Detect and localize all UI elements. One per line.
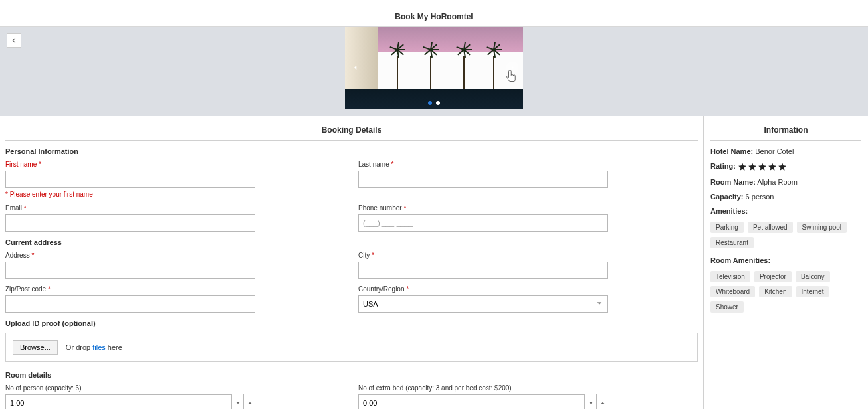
carousel-next-button[interactable]	[506, 61, 519, 74]
chevron-left-icon	[352, 64, 359, 71]
phone-label: Phone number *	[358, 204, 698, 212]
rating-row: Rating:	[710, 162, 861, 171]
amenity-pill: Swiming pool	[797, 222, 847, 233]
amenity-pill: Parking	[710, 222, 744, 233]
star-icon	[778, 162, 787, 171]
browse-button[interactable]: Browse...	[13, 340, 58, 355]
carousel-dot[interactable]	[436, 101, 440, 105]
persons-stepper[interactable]	[5, 394, 255, 409]
chevron-up-icon	[600, 400, 605, 406]
first-name-input[interactable]	[5, 171, 255, 188]
city-input[interactable]	[358, 262, 608, 279]
first-name-label: First name *	[5, 161, 345, 168]
star-icon	[738, 162, 747, 171]
address-input[interactable]	[5, 262, 255, 279]
beds-decrement[interactable]	[584, 394, 596, 409]
carousel-dot[interactable]	[428, 101, 432, 105]
extra-beds-label: No of extra bed (capacity: 3 and per bed…	[358, 384, 698, 392]
star-icon	[748, 162, 757, 171]
amenity-pill: Television	[710, 271, 750, 282]
chevron-right-icon	[509, 64, 516, 71]
room-amenities-heading: Room Amenities:	[710, 256, 861, 264]
address-label: Address *	[5, 252, 345, 259]
star-icon	[768, 162, 777, 171]
personal-info-heading: Personal Information	[5, 147, 698, 155]
amenity-pill: Whiteboard	[710, 286, 755, 297]
country-label: Country/Region *	[358, 286, 698, 293]
amenities-heading: Amenities:	[710, 207, 861, 215]
amenity-pill: Internet	[796, 286, 829, 297]
last-name-label: Last name *	[358, 161, 698, 168]
upload-heading: Upload ID proof (optional)	[5, 319, 698, 327]
drop-files-text: Or drop files here	[66, 343, 122, 351]
amenity-pill: Restaurant	[710, 237, 754, 248]
amenity-pill: Shower	[710, 301, 744, 313]
amenity-pill: Balcony	[796, 271, 830, 282]
arrow-left-icon	[10, 37, 18, 44]
city-label: City *	[358, 252, 698, 259]
zip-label: Zip/Post code *	[5, 286, 345, 293]
phone-input[interactable]	[358, 214, 608, 232]
hero-banner	[0, 27, 868, 116]
back-button[interactable]	[7, 33, 21, 48]
amenity-pill: Kitchen	[759, 286, 792, 297]
amenities-list: ParkingPet allowedSwiming poolRestaurant	[710, 222, 861, 248]
capacity-row: Capacity: 6 person	[710, 193, 861, 201]
amenity-pill: Projector	[754, 271, 792, 282]
chevron-down-icon	[235, 400, 241, 406]
email-label: Email *	[5, 204, 345, 212]
country-select[interactable]	[358, 295, 608, 313]
file-drop-zone[interactable]: Browse... Or drop files here	[5, 333, 698, 362]
chevron-down-icon	[588, 400, 594, 406]
persons-label: No of person (capacity: 6)	[5, 384, 345, 392]
booking-section-title: Booking Details	[5, 122, 698, 141]
carousel-dots[interactable]	[428, 101, 440, 105]
email-input[interactable]	[5, 214, 255, 232]
page-title: Book My HoRoomtel	[0, 7, 868, 27]
star-icon	[758, 162, 767, 171]
persons-decrement[interactable]	[231, 394, 243, 409]
first-name-error: * Please enter your first name	[5, 191, 345, 198]
extra-beds-stepper[interactable]	[358, 394, 608, 409]
info-section-title: Information	[710, 122, 861, 141]
rating-stars	[738, 162, 787, 171]
chevron-up-icon	[247, 400, 253, 406]
room-details-heading: Room details	[5, 371, 698, 379]
last-name-input[interactable]	[358, 171, 608, 188]
hotel-name-row: Hotel Name: Benor Cotel	[710, 147, 861, 155]
carousel-prev-button[interactable]	[349, 61, 362, 74]
address-heading: Current address	[5, 238, 698, 246]
persons-increment[interactable]	[243, 394, 255, 409]
beds-increment[interactable]	[596, 394, 608, 409]
room-amenities-list: TelevisionProjectorBalconyWhiteboardKitc…	[710, 271, 861, 313]
room-name-row: Room Name: Alpha Room	[710, 178, 861, 186]
zip-input[interactable]	[5, 295, 255, 313]
hotel-image-carousel[interactable]	[345, 27, 523, 109]
amenity-pill: Pet allowed	[748, 222, 793, 233]
